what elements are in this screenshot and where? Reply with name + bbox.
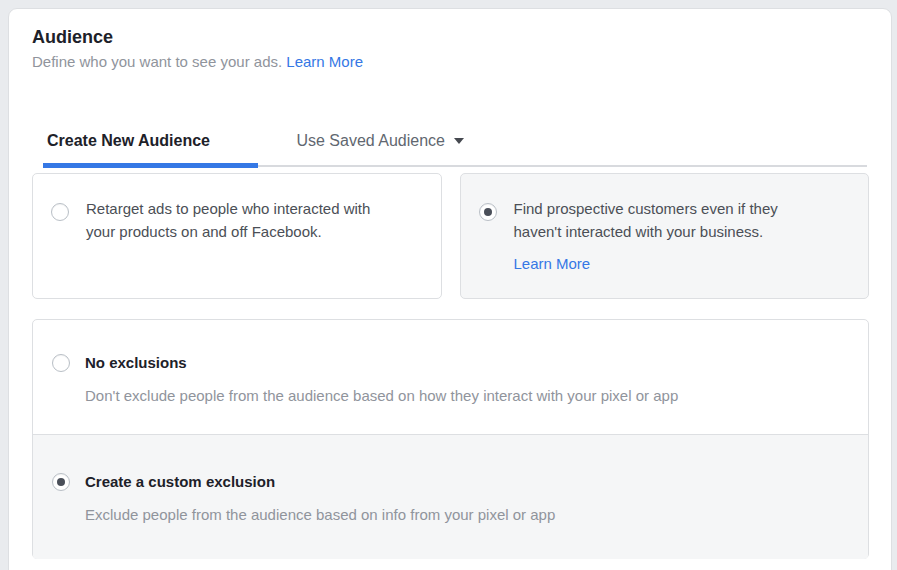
prospecting-radio[interactable] [479, 203, 497, 221]
option-label: Retarget ads to people who interacted wi… [86, 197, 391, 243]
option-prospecting-card[interactable]: Find prospective customers even if they … [460, 173, 870, 299]
option-label: Find prospective customers even if they … [514, 197, 819, 243]
option-no-exclusions[interactable]: No exclusions Don't exclude people from … [33, 320, 868, 434]
subtitle-text: Define who you want to see your ads. [32, 53, 282, 70]
option-retarget-card[interactable]: Retarget ads to people who interacted wi… [32, 173, 442, 299]
custom-exclusion-radio[interactable] [52, 473, 70, 491]
prospecting-learn-more-link[interactable]: Learn More [514, 252, 591, 275]
exclusion-title: Create a custom exclusion [85, 472, 275, 491]
retarget-radio[interactable] [51, 203, 69, 221]
no-exclusions-radio[interactable] [52, 354, 70, 372]
exclusion-description: Don't exclude people from the audience b… [85, 386, 678, 405]
audience-panel: Audience Define who you want to see your… [8, 8, 892, 570]
tab-label: Use Saved Audience [296, 132, 445, 149]
exclusion-description: Exclude people from the audience based o… [85, 505, 555, 524]
page-subtitle: Define who you want to see your ads. Lea… [32, 52, 363, 71]
exclusion-options-box: No exclusions Don't exclude people from … [32, 319, 869, 559]
exclusion-title: No exclusions [85, 353, 187, 372]
audience-tabs: Create New Audience Use Saved Audience [43, 130, 867, 167]
header-learn-more-link[interactable]: Learn More [286, 53, 363, 70]
tab-create-new-audience[interactable]: Create New Audience [43, 130, 258, 165]
targeting-options-row: Retarget ads to people who interacted wi… [32, 173, 869, 299]
tab-use-saved-audience[interactable]: Use Saved Audience [292, 130, 468, 165]
page-title: Audience [32, 26, 113, 48]
caret-down-icon [454, 138, 464, 144]
option-custom-exclusion[interactable]: Create a custom exclusion Exclude people… [33, 434, 868, 559]
tab-label: Create New Audience [47, 132, 210, 149]
